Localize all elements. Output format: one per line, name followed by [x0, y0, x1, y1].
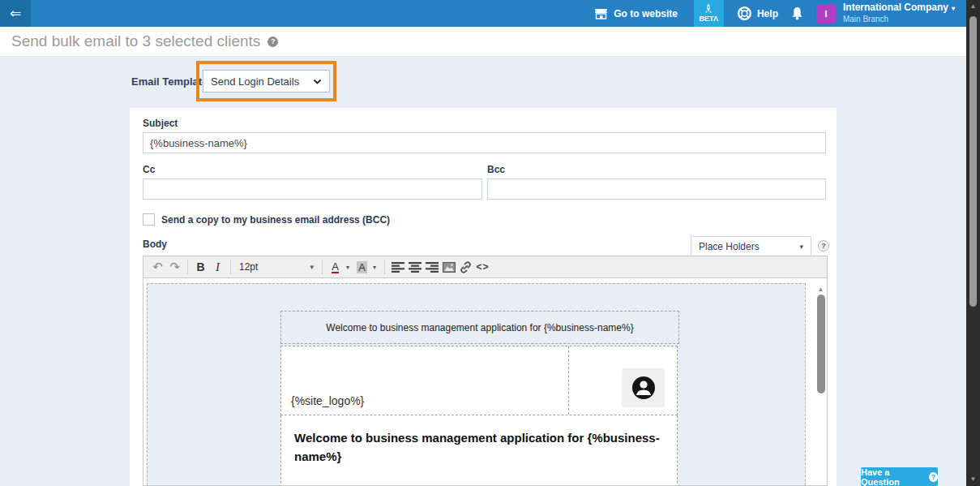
- link-icon: [460, 261, 472, 273]
- question-circle-icon: ?: [929, 472, 938, 482]
- body-label: Body: [143, 239, 167, 250]
- source-code-button[interactable]: <>: [474, 258, 491, 276]
- company-name: International Company: [843, 2, 948, 13]
- notifications-bell-button[interactable]: [791, 6, 803, 20]
- editor-scroll-up-icon[interactable]: ▲: [815, 286, 827, 293]
- bold-button[interactable]: B: [192, 258, 209, 276]
- bcc-input[interactable]: [487, 178, 826, 200]
- align-center-button[interactable]: [406, 258, 423, 276]
- placeholders-chevron-icon: ▾: [799, 243, 803, 251]
- email-logo-row[interactable]: {%site_logo%}: [280, 346, 678, 415]
- preheader-text: Welcome to business management applicati…: [326, 322, 633, 333]
- background-color-button[interactable]: A: [357, 261, 367, 273]
- editor-scrollbar[interactable]: ▲: [815, 281, 827, 484]
- profile-image-placeholder[interactable]: [622, 368, 665, 407]
- page-title: Send bulk email to 3 selected clients: [11, 32, 260, 50]
- scroll-up-icon[interactable]: ▲: [966, 2, 980, 11]
- text-color-button[interactable]: A: [332, 261, 339, 273]
- back-arrow-icon: ⇐: [10, 5, 21, 22]
- email-template-select[interactable]: Send Login Details: [203, 70, 330, 92]
- cell-divider: [568, 346, 569, 415]
- beta-label: BETA: [700, 15, 719, 23]
- email-editable-region[interactable]: Welcome to business management applicati…: [147, 283, 806, 486]
- storefront-icon: [594, 8, 608, 19]
- insert-image-button[interactable]: [440, 258, 457, 276]
- placeholders-help-icon[interactable]: ?: [818, 240, 829, 252]
- beta-button[interactable]: BETA: [694, 0, 724, 27]
- help-label: Help: [757, 8, 778, 19]
- placeholders-select[interactable]: Place Holders ▾: [691, 236, 811, 257]
- rocket-icon: [704, 4, 713, 15]
- text-color-chevron-icon[interactable]: ▾: [346, 264, 349, 271]
- toolbar-separator: [230, 260, 231, 274]
- cc-label: Cc: [143, 164, 155, 175]
- window-scroll-thumb[interactable]: [969, 16, 977, 307]
- window-scrollbar[interactable]: ▲ ▼: [966, 0, 980, 486]
- help-lifebuoy-icon: [737, 6, 752, 21]
- scroll-down-icon[interactable]: ▼: [966, 475, 980, 484]
- header-right-cluster: Go to website BETA: [594, 0, 966, 27]
- editor-content-area[interactable]: Welcome to business management applicati…: [143, 278, 828, 486]
- toolbar-separator: [187, 260, 188, 274]
- undo-button[interactable]: ↶: [149, 258, 166, 276]
- toolbar-separator: [322, 260, 323, 274]
- person-icon: [631, 375, 657, 401]
- font-size-chevron-icon: ▾: [310, 263, 314, 271]
- have-a-question-button[interactable]: Have a Question ?: [861, 467, 938, 486]
- company-avatar[interactable]: I: [816, 4, 836, 24]
- bcc-label: Bcc: [487, 164, 505, 175]
- go-to-website-button[interactable]: Go to website: [594, 8, 678, 19]
- have-a-question-label: Have a Question: [861, 467, 925, 486]
- italic-button[interactable]: I: [209, 258, 226, 276]
- align-left-button[interactable]: [389, 258, 406, 276]
- editor-scroll-thumb[interactable]: [817, 295, 825, 394]
- align-left-icon: [392, 262, 404, 273]
- bcc-copy-checkbox-label: Send a copy to my business email address…: [161, 214, 390, 226]
- subject-label: Subject: [143, 118, 178, 129]
- go-to-website-label: Go to website: [614, 8, 678, 19]
- background-color-chevron-icon[interactable]: ▾: [373, 264, 376, 271]
- placeholders-selected-value: Place Holders: [699, 241, 760, 252]
- select-chevron-icon: [313, 79, 322, 84]
- email-preheader-block[interactable]: Welcome to business management applicati…: [280, 311, 679, 344]
- page-title-bar: Send bulk email to 3 selected clients ?: [0, 27, 966, 57]
- email-heading: Welcome to business management applicati…: [294, 429, 665, 466]
- bell-icon: [791, 6, 803, 20]
- email-template-selected-value: Send Login Details: [211, 75, 299, 88]
- cc-input[interactable]: [143, 178, 482, 200]
- image-icon: [443, 262, 456, 273]
- top-header: ⇐ Go to website BETA: [0, 0, 966, 27]
- insert-link-button[interactable]: [457, 258, 474, 276]
- align-right-button[interactable]: [423, 258, 440, 276]
- help-button[interactable]: Help: [737, 6, 778, 21]
- company-menu[interactable]: International Company▾ Main Branch: [843, 2, 955, 24]
- toolbar-separator: [384, 260, 385, 274]
- chevron-down-icon: ▾: [952, 5, 955, 12]
- site-logo-placeholder: {%site_logo%}: [291, 394, 364, 407]
- email-body-block[interactable]: Welcome to business management applicati…: [280, 415, 678, 486]
- editor-toolbar: ↶ ↷ B I 12pt ▾ A ▾ A ▾: [143, 256, 828, 278]
- font-size-value: 12pt: [239, 261, 258, 273]
- page-title-help-icon[interactable]: ?: [267, 37, 278, 47]
- branch-name: Main Branch: [843, 14, 955, 24]
- align-center-icon: [409, 262, 422, 273]
- back-button[interactable]: ⇐: [0, 0, 31, 27]
- font-size-select[interactable]: 12pt ▾: [235, 261, 318, 273]
- align-right-icon: [426, 262, 439, 273]
- avatar-initial: I: [824, 9, 827, 19]
- subject-input[interactable]: [143, 132, 826, 153]
- bcc-copy-checkbox[interactable]: [143, 213, 155, 226]
- app-window: ⇐ Go to website BETA: [0, 0, 980, 486]
- redo-button[interactable]: ↷: [166, 258, 183, 276]
- email-form-card: Subject Cc Bcc Send a copy to my busines…: [130, 108, 837, 486]
